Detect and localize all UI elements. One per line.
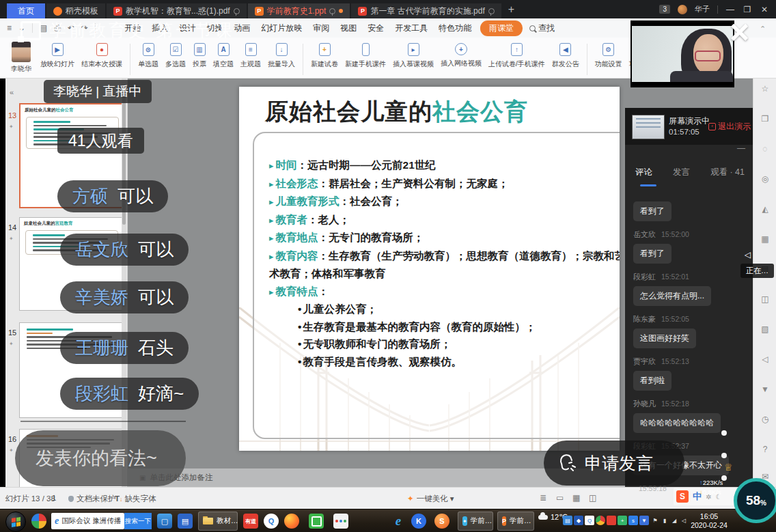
taskbar-panels-app-icon[interactable]: ▤ <box>178 514 193 529</box>
user-avatar[interactable] <box>678 5 687 14</box>
tab-speak[interactable]: 发言 <box>673 167 690 178</box>
tab-comments[interactable]: 评论 <box>635 167 652 178</box>
collapse-panel-icon[interactable]: « <box>10 88 14 96</box>
tray-plus-icon[interactable]: + <box>618 516 627 525</box>
beautify-button[interactable]: ✦一键美化 ▾ <box>407 494 454 504</box>
rain-classroom-tab[interactable]: 雨课堂 <box>480 20 523 36</box>
pin-icon[interactable] <box>488 8 495 14</box>
sorter-view-icon[interactable]: ▦ <box>572 493 580 503</box>
exit-presentation-button[interactable]: ‹ 退出演示 <box>708 121 751 132</box>
tray-flag-icon[interactable]: ⚑ <box>650 516 660 525</box>
outline-view-icon[interactable]: ≣ <box>540 493 546 503</box>
normal-view-icon[interactable]: ▭ <box>556 493 564 503</box>
start-button[interactable] <box>5 512 26 532</box>
taskbar-ie-icon[interactable]: e <box>391 514 406 529</box>
minimize-button[interactable]: — <box>725 5 735 14</box>
tab-pdf-2[interactable]: P 第一章 古代学前教育的实施.pdf <box>351 3 501 18</box>
taskbar-k-app-icon[interactable]: K <box>411 514 426 529</box>
close-button[interactable]: ✕ <box>760 5 769 14</box>
request-to-speak-button[interactable]: 申请发言 <box>544 440 684 486</box>
taskbar-pinwheel-app-icon[interactable] <box>31 514 46 529</box>
tab-pdf-1[interactable]: P 教学机智：教育智...惑(1).pdf <box>107 3 247 18</box>
menu-security[interactable]: 安全 <box>362 23 389 34</box>
sidebar-table-icon[interactable]: ▦ <box>753 234 776 244</box>
new-tab-button[interactable]: + <box>508 3 514 16</box>
tray-network-icon[interactable]: ◢ <box>669 516 679 525</box>
taskbar-qq-chat-window[interactable]: ✦ 学前… <box>458 512 493 531</box>
tab-ppt-active[interactable]: P 学前教育史1.ppt <box>248 3 350 18</box>
teacher-webcam-video[interactable] <box>630 20 734 87</box>
comment-input-bubble[interactable]: 发表你的看法~ <box>15 430 186 486</box>
taskbar-green-app-icon[interactable] <box>309 514 324 529</box>
ribbon-play-slideshow[interactable]: ▶放映幻灯片 <box>37 42 78 70</box>
ribbon-insert-web-video[interactable]: +插入网络视频 <box>437 42 485 70</box>
teacher-profile[interactable]: 李晓华 <box>5 42 37 74</box>
sidebar-star-icon[interactable]: ☆ <box>753 84 776 94</box>
taskbar-sogou-icon[interactable]: S <box>434 514 449 529</box>
sidebar-download-icon[interactable]: ▼ <box>753 384 776 394</box>
collapse-ribbon-icon[interactable]: ⌃ <box>760 25 766 33</box>
ribbon-upload[interactable]: ↑上传试卷/手机课件 <box>485 42 549 70</box>
ribbon-end-class[interactable]: ●结束本次授课 <box>78 42 126 70</box>
ribbon-new-mobile-courseware[interactable]: 新建手机课件 <box>342 42 389 70</box>
taskbar-video-app-icon[interactable]: ▢ <box>157 514 172 529</box>
tray-power-icon[interactable]: ▮ <box>660 516 669 525</box>
hamburger-icon[interactable]: ≡ <box>7 23 12 33</box>
sidebar-help-icon[interactable]: ? <box>753 445 776 454</box>
sidebar-volume-icon[interactable]: ◁ <box>753 354 776 364</box>
ribbon-new-exam[interactable]: +新建试卷 <box>307 42 342 70</box>
pin-icon[interactable] <box>234 8 240 14</box>
protection-status[interactable]: 文档未保护 <box>68 494 116 504</box>
menu-features[interactable]: 特色功能 <box>433 23 477 34</box>
user-name[interactable]: 华子 <box>695 4 710 14</box>
pin-icon[interactable] <box>329 8 335 14</box>
menu-slideshow[interactable]: 幻灯片放映 <box>255 23 307 34</box>
ribbon-announcement[interactable]: ◀群发公告 <box>549 42 583 70</box>
sidebar-copy-icon[interactable]: ❐ <box>753 114 776 124</box>
taskbar-colored-app-icon[interactable] <box>333 514 348 529</box>
taskbar-qq-browser-icon[interactable]: Q <box>264 514 279 529</box>
ribbon-subjective[interactable]: ≡主观题 <box>237 42 264 70</box>
overlay-close-icon[interactable]: × <box>730 15 749 49</box>
tab-viewers[interactable]: 观看 · 41 <box>710 167 745 178</box>
tray-qq-icon[interactable]: Q <box>585 516 594 525</box>
tray-chrome-icon[interactable] <box>596 516 605 525</box>
sidebar-medal-icon[interactable]: ◎ <box>753 174 776 184</box>
ribbon-multi-choice[interactable]: ☑多选题 <box>162 42 189 70</box>
collapse-chat-icon[interactable]: — <box>737 143 745 153</box>
tab-home[interactable]: 首页 <box>7 3 45 18</box>
tray-grid-icon[interactable]: ▤ <box>563 516 572 525</box>
restore-button[interactable]: ❐ <box>743 5 752 14</box>
tray-sync-icon[interactable]: s <box>628 516 638 525</box>
taskbar-folder-window[interactable]: 教材… <box>198 512 238 531</box>
taskbar-clock[interactable]: 16:05 2020-02-24 <box>687 512 731 530</box>
menu-review[interactable]: 审阅 <box>307 23 335 34</box>
more-menu-dot[interactable] <box>721 430 727 436</box>
sogou-icon[interactable]: S <box>676 490 689 503</box>
ribbon-single-choice[interactable]: ⊙单选题 <box>135 42 162 70</box>
menu-view[interactable]: 视图 <box>335 23 362 34</box>
sidebar-pyramid-icon[interactable]: ◭ <box>753 204 776 214</box>
taskbar-firefox-icon[interactable] <box>284 514 299 529</box>
message-count-badge[interactable]: 3 <box>659 5 670 14</box>
ribbon-insert-mooc-video[interactable]: ▸插入慕课视频 <box>389 42 437 70</box>
sidebar-history-icon[interactable]: ◷ <box>753 415 776 424</box>
find-button[interactable]: 查找 <box>529 23 555 34</box>
sidebar-image-icon[interactable]: ▧ <box>753 324 776 334</box>
reading-view-icon[interactable]: ◫ <box>589 493 596 503</box>
ribbon-fill-blank[interactable]: A填空题 <box>210 42 237 70</box>
taskbar-youdao-icon[interactable]: 有道 <box>243 514 258 529</box>
menu-devtools[interactable]: 开发工具 <box>389 23 433 34</box>
ribbon-settings[interactable]: ⚙功能设置 <box>592 42 626 70</box>
missing-font-status[interactable]: T↓缺失字体 <box>115 494 156 504</box>
taskbar-search-box[interactable]: e 国际会议 豫洲传播 <box>51 513 124 529</box>
tray-app-icon[interactable]: ◆ <box>574 516 583 525</box>
slide-canvas[interactable]: 原始社会儿童的社会公育 ▸时间：远古时期——公元前21世纪 ▸社会形态：群居社会… <box>239 87 620 451</box>
tab-docer[interactable]: 稻壳模板 <box>46 3 105 18</box>
tray-shield-icon[interactable]: ▼ <box>639 516 649 525</box>
ribbon-vote[interactable]: ▥投票 <box>189 42 210 70</box>
sidebar-chart-icon[interactable]: ◫ <box>753 294 776 304</box>
ribbon-batch-import[interactable]: ↓批量导入 <box>264 42 299 70</box>
search-go-button[interactable]: 搜索一下 <box>124 513 152 529</box>
sidebar-shapes-icon[interactable]: ◌ <box>753 144 776 154</box>
